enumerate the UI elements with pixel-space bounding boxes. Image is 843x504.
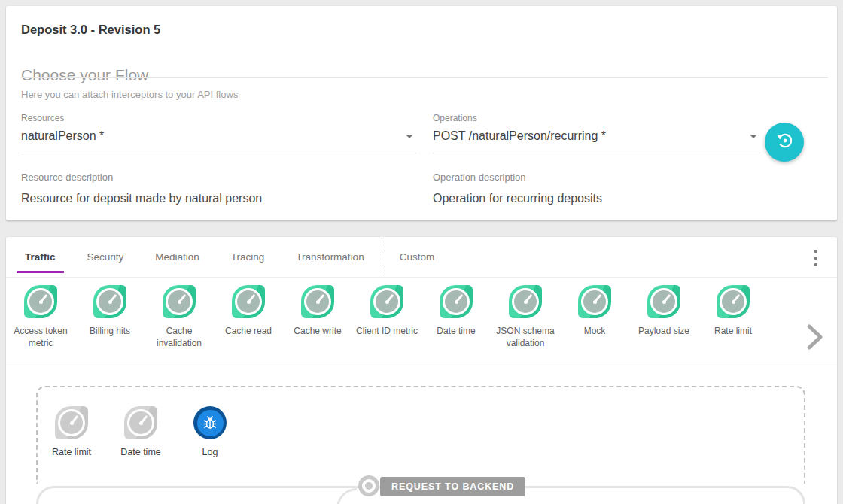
interceptor-label: Billing hits	[87, 325, 132, 337]
gauge-icon	[301, 285, 334, 318]
interceptor-billing-hits[interactable]: Billing hits	[75, 285, 145, 366]
interceptors-card: Traffic Security Mediation Tracing Trans…	[6, 237, 837, 504]
attached-interceptor-label: Log	[202, 447, 218, 457]
chevron-right-icon[interactable]	[804, 323, 825, 354]
tab-custom[interactable]: Custom	[384, 237, 451, 277]
gauge-icon	[124, 406, 157, 439]
interceptor-cache-invalidation[interactable]: Cache invalidation	[145, 285, 214, 366]
interceptor-json-schema-validation[interactable]: JSON schema validation	[491, 285, 560, 366]
attached-interceptor-label: Rate limit	[52, 447, 91, 457]
section-subheading: Here you can attach interceptors to your…	[21, 89, 238, 100]
gauge-icon	[232, 285, 265, 318]
gauge-icon	[509, 285, 542, 318]
operations-label: Operations	[433, 113, 760, 123]
interceptor-access-token-metric[interactable]: Access token metric	[6, 285, 75, 366]
interceptor-client-id-metric[interactable]: Client ID metric	[352, 285, 422, 366]
interceptor-label: Date time	[434, 325, 477, 337]
operation-description-label: Operation description	[433, 172, 602, 183]
interceptor-label: Rate limit	[712, 325, 754, 337]
gauge-icon	[578, 285, 611, 318]
operation-description-value: Operation for recurring deposits	[433, 192, 602, 205]
interceptor-cache-read[interactable]: Cache read	[214, 285, 283, 366]
tab-tracing[interactable]: Tracing	[215, 237, 281, 277]
attached-interceptor-label: Date time	[120, 447, 161, 457]
interceptor-palette: Access token metric Billing hits Cache i…	[6, 278, 837, 366]
gauge-icon	[163, 285, 196, 318]
tab-divider	[382, 237, 382, 277]
page-title: Deposit 3.0 - Revision 5	[21, 23, 160, 37]
interceptor-label: Payload size	[636, 325, 692, 337]
resources-select[interactable]: Resources naturalPerson *	[21, 113, 416, 153]
operations-value: POST /naturalPerson/recurring *	[433, 129, 606, 142]
flow-connector-dot	[358, 475, 379, 496]
gauge-icon	[93, 285, 126, 318]
interceptor-cache-write[interactable]: Cache write	[283, 285, 352, 366]
attached-interceptor-log[interactable]: Log	[175, 406, 245, 457]
kebab-menu-icon[interactable]	[813, 248, 819, 268]
interceptor-date-time[interactable]: Date time	[422, 285, 491, 366]
interceptor-rate-limit[interactable]: Rate limit	[698, 285, 768, 366]
interceptor-label: Cache invalidation	[145, 325, 214, 349]
dropdown-caret-icon[interactable]	[406, 135, 413, 138]
tab-transformation[interactable]: Transformation	[280, 237, 379, 277]
refresh-flow-button[interactable]	[765, 123, 804, 162]
tab-security[interactable]: Security	[72, 237, 140, 277]
interceptor-label: Cache write	[291, 325, 343, 337]
interceptor-label: Mock	[582, 325, 608, 337]
request-to-backend-badge: REQUEST TO BACKEND	[380, 477, 525, 496]
restore-icon	[775, 131, 794, 153]
operations-select[interactable]: Operations POST /naturalPerson/recurring…	[433, 113, 760, 153]
section-divider	[21, 77, 828, 78]
bug-icon	[193, 406, 227, 439]
resources-value: naturalPerson *	[21, 129, 104, 142]
resource-description: Resource description Resource for deposi…	[21, 172, 262, 205]
gauge-icon	[440, 285, 473, 318]
interceptor-mock[interactable]: Mock	[560, 285, 629, 366]
section-heading: Choose your Flow	[21, 66, 148, 84]
interceptor-label: Cache read	[223, 325, 274, 337]
interceptor-label: Client ID metric	[354, 325, 420, 337]
interceptor-tabs: Traffic Security Mediation Tracing Trans…	[6, 237, 837, 278]
gauge-icon	[717, 285, 750, 318]
resource-description-label: Resource description	[21, 172, 262, 183]
interceptor-payload-size[interactable]: Payload size	[629, 285, 698, 366]
attached-interceptor-date-time[interactable]: Date time	[106, 406, 175, 457]
attached-interceptor-rate-limit[interactable]: Rate limit	[37, 406, 106, 457]
tab-mediation[interactable]: Mediation	[139, 237, 215, 277]
tab-traffic[interactable]: Traffic	[9, 237, 72, 277]
gauge-icon	[24, 285, 57, 318]
resources-label: Resources	[21, 113, 416, 123]
resource-description-value: Resource for deposit made by natural per…	[21, 192, 262, 205]
dropdown-caret-icon[interactable]	[750, 135, 757, 138]
gauge-icon	[55, 406, 88, 439]
interceptor-label: JSON schema validation	[491, 325, 560, 349]
flow-canvas: Rate limit Date time	[6, 366, 837, 504]
api-flow-card: Deposit 3.0 - Revision 5 Choose your Flo…	[6, 6, 837, 220]
interceptor-label: Access token metric	[6, 325, 75, 349]
operation-description: Operation description Operation for recu…	[433, 172, 602, 205]
gauge-icon	[647, 285, 680, 318]
gauge-icon	[370, 285, 403, 318]
